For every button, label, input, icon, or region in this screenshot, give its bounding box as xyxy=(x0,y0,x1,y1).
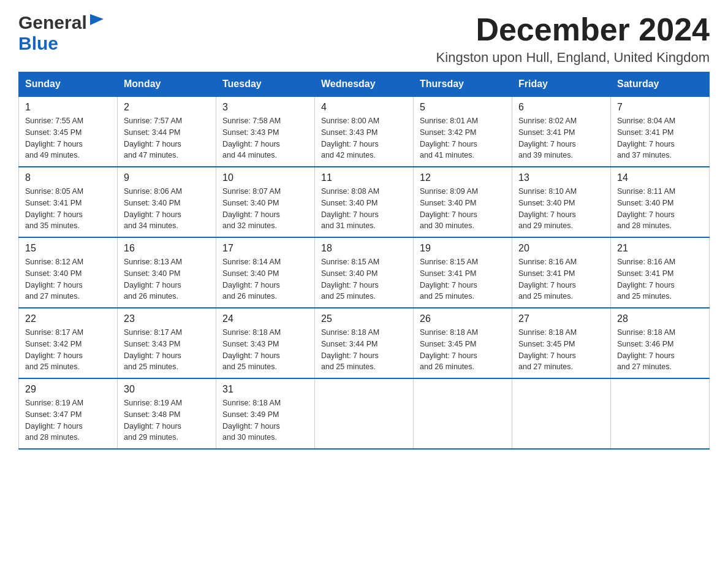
day-info: Sunrise: 7:57 AMSunset: 3:44 PMDaylight:… xyxy=(124,117,182,159)
day-number: 29 xyxy=(25,384,111,395)
day-info: Sunrise: 8:01 AMSunset: 3:42 PMDaylight:… xyxy=(420,117,478,159)
day-info: Sunrise: 8:07 AMSunset: 3:40 PMDaylight:… xyxy=(222,187,281,230)
day-info: Sunrise: 8:15 AMSunset: 3:40 PMDaylight:… xyxy=(321,258,379,301)
weekday-header-tuesday: Tuesday xyxy=(216,72,315,97)
day-info: Sunrise: 8:00 AMSunset: 3:43 PMDaylight:… xyxy=(321,117,379,159)
day-info: Sunrise: 8:19 AMSunset: 3:47 PMDaylight:… xyxy=(25,399,83,442)
calendar-week-row: 8 Sunrise: 8:05 AMSunset: 3:41 PMDayligh… xyxy=(19,167,710,237)
calendar-cell xyxy=(611,378,710,449)
day-number: 27 xyxy=(518,313,604,324)
day-info: Sunrise: 7:58 AMSunset: 3:43 PMDaylight:… xyxy=(222,117,281,159)
day-number: 15 xyxy=(25,243,111,254)
weekday-header-row: SundayMondayTuesdayWednesdayThursdayFrid… xyxy=(19,72,710,97)
day-number: 30 xyxy=(124,384,210,395)
calendar-cell: 9 Sunrise: 8:06 AMSunset: 3:40 PMDayligh… xyxy=(118,167,216,237)
calendar-cell: 31 Sunrise: 8:18 AMSunset: 3:49 PMDaylig… xyxy=(216,378,315,449)
calendar-cell: 17 Sunrise: 8:14 AMSunset: 3:40 PMDaylig… xyxy=(216,237,315,308)
day-info: Sunrise: 8:02 AMSunset: 3:41 PMDaylight:… xyxy=(518,117,577,159)
day-number: 3 xyxy=(222,102,308,113)
day-info: Sunrise: 8:13 AMSunset: 3:40 PMDaylight:… xyxy=(124,258,182,301)
day-number: 11 xyxy=(321,172,407,183)
day-info: Sunrise: 8:10 AMSunset: 3:40 PMDaylight:… xyxy=(518,187,577,230)
day-info: Sunrise: 8:17 AMSunset: 3:42 PMDaylight:… xyxy=(25,328,83,371)
day-info: Sunrise: 8:04 AMSunset: 3:41 PMDaylight:… xyxy=(617,117,675,159)
calendar-cell: 28 Sunrise: 8:18 AMSunset: 3:46 PMDaylig… xyxy=(611,308,710,378)
day-info: Sunrise: 8:09 AMSunset: 3:40 PMDaylight:… xyxy=(420,187,478,230)
day-number: 4 xyxy=(321,102,407,113)
day-number: 21 xyxy=(617,243,703,254)
logo: General Blue xyxy=(18,12,104,54)
calendar-cell xyxy=(315,378,414,449)
day-number: 8 xyxy=(25,172,111,183)
calendar-week-row: 1 Sunrise: 7:55 AMSunset: 3:45 PMDayligh… xyxy=(19,96,710,167)
day-info: Sunrise: 8:14 AMSunset: 3:40 PMDaylight:… xyxy=(222,258,281,301)
day-number: 26 xyxy=(420,313,506,324)
day-info: Sunrise: 8:19 AMSunset: 3:48 PMDaylight:… xyxy=(124,399,182,442)
calendar-week-row: 15 Sunrise: 8:12 AMSunset: 3:40 PMDaylig… xyxy=(19,237,710,308)
svg-marker-0 xyxy=(90,14,104,25)
calendar-cell: 11 Sunrise: 8:08 AMSunset: 3:40 PMDaylig… xyxy=(315,167,414,237)
logo-arrow-icon xyxy=(90,14,104,29)
calendar-cell: 7 Sunrise: 8:04 AMSunset: 3:41 PMDayligh… xyxy=(611,96,710,167)
day-info: Sunrise: 8:18 AMSunset: 3:43 PMDaylight:… xyxy=(222,328,281,371)
day-number: 5 xyxy=(420,102,506,113)
calendar-cell: 5 Sunrise: 8:01 AMSunset: 3:42 PMDayligh… xyxy=(414,96,512,167)
day-number: 10 xyxy=(222,172,308,183)
day-info: Sunrise: 8:18 AMSunset: 3:44 PMDaylight:… xyxy=(321,328,379,371)
calendar-cell: 16 Sunrise: 8:13 AMSunset: 3:40 PMDaylig… xyxy=(118,237,216,308)
day-info: Sunrise: 8:18 AMSunset: 3:45 PMDaylight:… xyxy=(420,328,478,371)
day-info: Sunrise: 8:08 AMSunset: 3:40 PMDaylight:… xyxy=(321,187,379,230)
calendar-cell: 24 Sunrise: 8:18 AMSunset: 3:43 PMDaylig… xyxy=(216,308,315,378)
day-info: Sunrise: 8:05 AMSunset: 3:41 PMDaylight:… xyxy=(25,187,83,230)
calendar-cell: 10 Sunrise: 8:07 AMSunset: 3:40 PMDaylig… xyxy=(216,167,315,237)
logo-general-text: General xyxy=(18,12,87,33)
day-info: Sunrise: 8:12 AMSunset: 3:40 PMDaylight:… xyxy=(25,258,83,301)
logo-blue-text: Blue xyxy=(18,33,58,53)
day-number: 25 xyxy=(321,313,407,324)
calendar-cell: 23 Sunrise: 8:17 AMSunset: 3:43 PMDaylig… xyxy=(118,308,216,378)
calendar-cell: 1 Sunrise: 7:55 AMSunset: 3:45 PMDayligh… xyxy=(19,96,118,167)
day-info: Sunrise: 8:06 AMSunset: 3:40 PMDaylight:… xyxy=(124,187,182,230)
day-info: Sunrise: 8:18 AMSunset: 3:46 PMDaylight:… xyxy=(617,328,675,371)
calendar-cell: 21 Sunrise: 8:16 AMSunset: 3:41 PMDaylig… xyxy=(611,237,710,308)
day-number: 14 xyxy=(617,172,703,183)
calendar-cell: 2 Sunrise: 7:57 AMSunset: 3:44 PMDayligh… xyxy=(118,96,216,167)
calendar-cell: 27 Sunrise: 8:18 AMSunset: 3:45 PMDaylig… xyxy=(512,308,611,378)
calendar-cell: 26 Sunrise: 8:18 AMSunset: 3:45 PMDaylig… xyxy=(414,308,512,378)
day-number: 19 xyxy=(420,243,506,254)
weekday-header-monday: Monday xyxy=(118,72,216,97)
calendar-cell: 4 Sunrise: 8:00 AMSunset: 3:43 PMDayligh… xyxy=(315,96,414,167)
calendar-cell: 20 Sunrise: 8:16 AMSunset: 3:41 PMDaylig… xyxy=(512,237,611,308)
calendar-cell: 8 Sunrise: 8:05 AMSunset: 3:41 PMDayligh… xyxy=(19,167,118,237)
day-number: 12 xyxy=(420,172,506,183)
calendar-cell xyxy=(414,378,512,449)
calendar-week-row: 29 Sunrise: 8:19 AMSunset: 3:47 PMDaylig… xyxy=(19,378,710,449)
day-info: Sunrise: 7:55 AMSunset: 3:45 PMDaylight:… xyxy=(25,117,83,159)
day-number: 7 xyxy=(617,102,703,113)
calendar-week-row: 22 Sunrise: 8:17 AMSunset: 3:42 PMDaylig… xyxy=(19,308,710,378)
calendar-cell: 6 Sunrise: 8:02 AMSunset: 3:41 PMDayligh… xyxy=(512,96,611,167)
day-info: Sunrise: 8:11 AMSunset: 3:40 PMDaylight:… xyxy=(617,187,675,230)
weekday-header-sunday: Sunday xyxy=(19,72,118,97)
calendar-cell: 30 Sunrise: 8:19 AMSunset: 3:48 PMDaylig… xyxy=(118,378,216,449)
calendar-table: SundayMondayTuesdayWednesdayThursdayFrid… xyxy=(18,72,710,450)
calendar-cell: 19 Sunrise: 8:15 AMSunset: 3:41 PMDaylig… xyxy=(414,237,512,308)
day-number: 1 xyxy=(25,102,111,113)
calendar-cell: 29 Sunrise: 8:19 AMSunset: 3:47 PMDaylig… xyxy=(19,378,118,449)
day-info: Sunrise: 8:17 AMSunset: 3:43 PMDaylight:… xyxy=(124,328,182,371)
day-number: 17 xyxy=(222,243,308,254)
day-number: 9 xyxy=(124,172,210,183)
day-info: Sunrise: 8:16 AMSunset: 3:41 PMDaylight:… xyxy=(617,258,675,301)
day-number: 13 xyxy=(518,172,604,183)
day-info: Sunrise: 8:16 AMSunset: 3:41 PMDaylight:… xyxy=(518,258,577,301)
day-number: 20 xyxy=(518,243,604,254)
month-year-title: December 2024 xyxy=(436,12,710,47)
page-header: General Blue December 2024 Kingston upon… xyxy=(18,12,710,66)
weekday-header-wednesday: Wednesday xyxy=(315,72,414,97)
day-number: 22 xyxy=(25,313,111,324)
day-info: Sunrise: 8:15 AMSunset: 3:41 PMDaylight:… xyxy=(420,258,478,301)
day-number: 16 xyxy=(124,243,210,254)
day-number: 6 xyxy=(518,102,604,113)
day-info: Sunrise: 8:18 AMSunset: 3:45 PMDaylight:… xyxy=(518,328,577,371)
weekday-header-saturday: Saturday xyxy=(611,72,710,97)
